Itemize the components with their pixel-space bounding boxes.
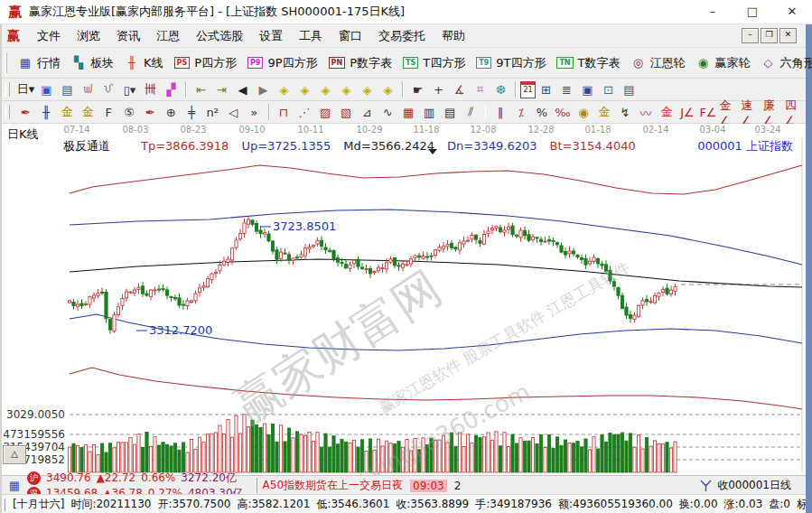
p-square-button[interactable]: PSP四方形	[169, 53, 242, 73]
watchlist-icon[interactable]: ▤	[58, 80, 77, 98]
minimize-button[interactable]: –	[693, 1, 733, 23]
chart-9-icon[interactable]: ꪜ	[99, 80, 118, 98]
j-angle-icon[interactable]: J∠	[677, 103, 696, 121]
p-number-table-button[interactable]: PNP数字表	[323, 53, 397, 73]
mdi-close-button[interactable]: ✕	[779, 28, 797, 43]
fractal-icon[interactable]: 〰	[636, 103, 655, 121]
zoom-diamond-4-icon[interactable]: ◈	[337, 80, 356, 98]
zigzag-icon[interactable]: ∿	[378, 103, 397, 121]
lian-angle-icon[interactable]: 廉∠	[763, 103, 783, 121]
9p-square-button[interactable]: P99P四方形	[242, 53, 323, 73]
calculator-icon[interactable]: ⊞	[537, 80, 555, 98]
menu-item[interactable]: 设置	[251, 27, 291, 44]
gann-box-tool-icon[interactable]: ⌗	[471, 80, 490, 98]
winner-wheel-button[interactable]: ◉赢家轮	[691, 53, 756, 73]
menu-item[interactable]: 帮助	[434, 27, 473, 44]
shape-tool-icon[interactable]: ❆	[491, 80, 510, 98]
zoom-diamond-1-icon[interactable]: ◈	[275, 80, 294, 98]
quote-grid-icon[interactable]: ▦	[7, 479, 22, 493]
grid1-icon[interactable]: ▥	[420, 103, 439, 121]
n-squared-icon[interactable]: n²	[203, 103, 222, 121]
compass-circle-icon[interactable]: ⊕	[162, 103, 181, 121]
angle-fan-icon[interactable]: ⊿	[358, 103, 377, 121]
percent-icon[interactable]: %	[532, 103, 551, 121]
si-angle-icon[interactable]: 四∠	[785, 103, 805, 121]
copy-icon[interactable]: ⊡	[599, 80, 618, 98]
gold-red-lines-icon[interactable]: 金	[657, 103, 676, 121]
mdi-minimize-button[interactable]: –	[742, 28, 759, 43]
menu-item[interactable]: 江恩	[148, 27, 188, 44]
quotes-button[interactable]: ▦行情	[13, 53, 66, 73]
date-tick: 03-24	[754, 125, 780, 135]
save-icon[interactable]: ▣	[578, 80, 597, 98]
zoom-diamond-3-icon[interactable]: ◈	[316, 80, 335, 98]
percent-slash-icon[interactable]: ⁒	[511, 103, 530, 121]
crosshair-tool-icon[interactable]: +	[429, 80, 448, 98]
frame-tool-icon[interactable]: ⊓	[275, 103, 294, 121]
gold-lines-icon[interactable]: 金	[594, 103, 613, 121]
9p-square-icon: P9	[247, 57, 263, 69]
zoom-diamond-5-icon[interactable]: ◈	[358, 80, 377, 98]
maximize-button[interactable]: □	[733, 1, 772, 23]
menu-item[interactable]: 公式选股	[188, 27, 251, 44]
f-angle-icon[interactable]: F∠	[698, 103, 717, 121]
gold-angle-icon[interactable]: 金∠	[719, 103, 739, 121]
angle-tool-icon[interactable]: ∡	[450, 80, 469, 98]
box-net-icon[interactable]: ▧	[337, 103, 356, 121]
comb2-icon[interactable]: ╪	[182, 103, 201, 121]
mdi-restore-button[interactable]: ❒	[761, 28, 778, 43]
wave5-icon[interactable]: ⑤	[120, 103, 139, 121]
candle-style-icon[interactable]: ▯▾	[120, 80, 139, 98]
prev-bar-icon[interactable]: ◀	[233, 80, 252, 98]
brush-tool-icon[interactable]: ✒	[16, 103, 35, 121]
menu-item[interactable]: 工具	[291, 27, 331, 44]
chart-canvas[interactable]: 3723.85013312.72003029.00504731595563154…	[2, 124, 806, 475]
first-bar-icon[interactable]: ⇤	[191, 80, 210, 98]
ruler-pen-icon[interactable]: ✒	[141, 103, 160, 121]
color-chart-icon[interactable]: ▞	[162, 80, 181, 98]
menu-item[interactable]: 文件	[29, 27, 69, 44]
menu-item[interactable]: 资讯	[108, 27, 148, 44]
hand-tool-icon[interactable]: ☛	[408, 80, 427, 98]
comb-tool-icon[interactable]: ╫	[37, 103, 56, 121]
gold-comb1-icon[interactable]: 金	[58, 103, 77, 121]
grid2-icon[interactable]: ▤	[441, 103, 460, 121]
next-bar-icon[interactable]: ▶	[254, 80, 273, 98]
period-selector[interactable]: 日▾	[16, 80, 35, 98]
stock-picker-icon[interactable]: 卌	[141, 80, 160, 98]
t-square-button[interactable]: TST四方形	[397, 53, 471, 73]
scale-tool-icon[interactable]: ‖	[490, 103, 509, 121]
sectors-button[interactable]: ▚板块	[66, 53, 119, 73]
f-lines-icon[interactable]: F	[99, 103, 118, 121]
menu-item[interactable]: 交易委托	[370, 27, 434, 44]
gann-wheel-button[interactable]: ◎江恩轮	[626, 53, 691, 73]
9t-square-button[interactable]: T99T四方形	[471, 53, 551, 73]
kline-button[interactable]: ╫K线	[119, 53, 169, 73]
gold-comb2-icon[interactable]: 金	[79, 103, 98, 121]
speed-angle-icon[interactable]: 速∠	[742, 103, 761, 121]
print-icon[interactable]: ▤	[620, 80, 639, 98]
fan-lines-icon[interactable]: ⋰	[295, 103, 314, 121]
candle-pen-icon[interactable]: ↯	[615, 103, 634, 121]
last-bar-icon[interactable]: ⇥	[212, 80, 231, 98]
menu-item[interactable]: 窗口	[331, 27, 370, 44]
gold-circle-icon[interactable]: ◉	[574, 103, 593, 121]
notes-icon[interactable]: ≣	[557, 80, 576, 98]
close-button[interactable]: ✕	[772, 1, 812, 23]
hexagon-button[interactable]: ◇六角形	[756, 53, 812, 73]
grid-red-icon[interactable]: ▦	[399, 103, 418, 121]
angle-mirror-icon[interactable]: ◁	[224, 103, 243, 121]
t-number-table-button[interactable]: TNT数字表	[551, 53, 625, 73]
zoom-diamond-6-icon[interactable]: ◈	[378, 80, 397, 98]
calendar-icon[interactable]: 21	[520, 81, 536, 98]
network-icon[interactable]: ▣	[37, 80, 56, 98]
more-tools-icon[interactable]: »	[245, 103, 264, 121]
chart-3-icon[interactable]: ꪛ	[79, 80, 98, 98]
collapse-panel-button[interactable]: △	[3, 445, 26, 464]
parallel-lines-icon[interactable]: ⫽	[462, 103, 481, 121]
percent-lines-icon[interactable]: ‰	[553, 103, 572, 121]
box-fan-icon[interactable]: ▨	[316, 103, 335, 121]
menu-item[interactable]: 浏览	[69, 27, 108, 44]
kline-chart-area[interactable]: 3723.85013312.72003029.00504731595563154…	[2, 124, 806, 475]
zoom-diamond-2-icon[interactable]: ◈	[295, 80, 314, 98]
